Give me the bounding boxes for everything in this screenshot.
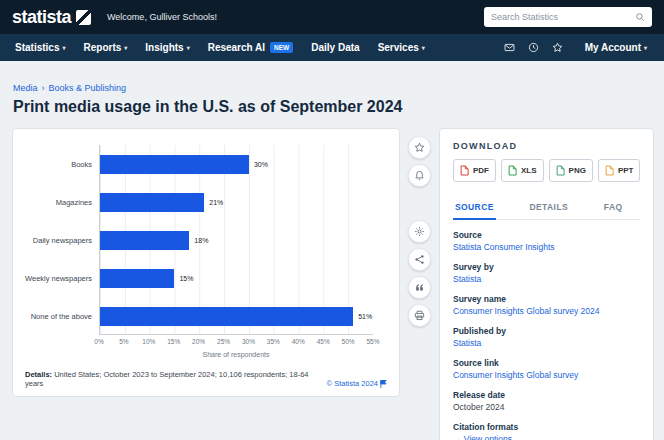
alerts-button[interactable] [408,164,431,187]
download-xls-button[interactable]: XLS [501,159,544,182]
file-ppt-icon [605,165,614,176]
cite-button[interactable] [408,276,431,299]
contact-icon[interactable] [504,42,515,53]
chart-footer: Details: United States; October 2023 to … [23,370,389,388]
nav-item-daily-data[interactable]: Daily Data [302,34,368,61]
field-value[interactable]: → View options [453,434,640,440]
bar-daily-newspapers[interactable] [100,231,189,250]
category-label: Weekly newspapers [23,259,99,297]
x-axis-title: Share of respondents [99,351,373,358]
field-source-link: Source linkConsumer Insights Global surv… [453,358,640,380]
panel-tabs: SOURCEDETAILSFAQ [453,196,640,220]
field-value: October 2024 [453,402,640,412]
download-pdf-button[interactable]: PDF [453,159,496,182]
x-axis-ticks: 0%5%10%15%20%25%30%35%40%45%50%55% [99,338,373,348]
field-value[interactable]: Statista Consumer Insights [453,242,640,252]
field-label: Citation formats [453,422,640,432]
field-value[interactable]: Statista [453,338,640,348]
field-label: Survey name [453,294,640,304]
nav-item-label: Statistics [15,42,59,53]
settings-button[interactable] [408,220,431,243]
nav-item-label: Research AI [208,42,265,53]
nav-item-reports[interactable]: Reports▾ [74,34,136,61]
file-xls-icon [508,165,517,176]
print-button[interactable] [408,304,431,327]
bar-magazines[interactable] [100,193,204,212]
x-tick-label: 45% [317,338,330,345]
bar-weekly-newspapers[interactable] [100,269,174,288]
nav-item-statistics[interactable]: Statistics▾ [6,34,74,61]
new-badge: NEW [270,42,293,53]
gear-icon [414,226,425,237]
bell-icon [414,170,425,181]
favorites-icon[interactable] [552,42,563,53]
share-button[interactable] [408,248,431,271]
nav-item-research-ai[interactable]: Research AINEW [199,34,303,61]
download-button-label: PPT [618,166,634,175]
my-account-label: My Account [585,42,641,53]
details-panel: DOWNLOAD PDFXLSPNGPPT SOURCEDETAILSFAQ S… [439,128,654,440]
value-label: 30% [254,161,268,168]
field-survey-name: Survey nameConsumer Insights Global surv… [453,294,640,316]
statista-logo-mark-icon [76,10,91,25]
recently-viewed-icon[interactable] [528,42,539,53]
nav-item-label: Reports [83,42,121,53]
star-icon [414,142,425,153]
search-icon[interactable] [635,12,645,22]
chart-card: BooksMagazinesDaily newspapersWeekly new… [12,128,400,397]
file-png-icon [556,165,565,176]
category-label: Daily newspapers [23,221,99,259]
x-tick-label: 20% [192,338,205,345]
nav-item-insights[interactable]: Insights▾ [136,34,198,61]
download-png-button[interactable]: PNG [549,159,593,182]
main-content: Media › Books & Publishing Print media u… [0,61,664,440]
field-value[interactable]: Consumer Insights Global survey [453,370,640,380]
field-label: Release date [453,390,640,400]
search-input[interactable] [491,12,635,22]
bar-row: 18% [100,221,373,259]
field-source: SourceStatista Consumer Insights [453,230,640,252]
value-label: 21% [209,199,223,206]
share-icon [414,254,425,265]
breadcrumb-separator: › [42,83,45,93]
field-survey-by: Survey byStatista [453,262,640,284]
tab-source[interactable]: SOURCE [453,196,496,220]
statista-copyright-link[interactable]: © Statista 2024 [327,379,387,388]
tab-details[interactable]: DETAILS [528,196,571,220]
breadcrumb-link-media[interactable]: Media [13,83,38,93]
main-nav: Statistics▾Reports▾Insights▾Research AIN… [0,34,664,61]
nav-item-services[interactable]: Services▾ [369,34,434,61]
field-label: Source link [453,358,640,368]
field-value[interactable]: Consumer Insights Global survey 2024 [453,306,640,316]
favorite-button[interactable] [408,136,431,159]
my-account-menu[interactable]: My Account▾ [576,42,656,53]
chart-details: Details: United States; October 2023 to … [25,370,317,388]
bar-row: 21% [100,183,373,221]
welcome-text: Welcome, Gulliver Schools! [107,12,217,22]
bar-books[interactable] [100,155,249,174]
download-ppt-button[interactable]: PPT [598,159,641,182]
download-heading: DOWNLOAD [453,141,640,151]
search-box[interactable] [484,7,652,27]
bar-row: 15% [100,259,373,297]
nav-item-label: Insights [145,42,183,53]
file-pdf-icon [460,165,469,176]
field-value[interactable]: Statista [453,274,640,284]
quote-icon [414,282,425,293]
field-label: Source [453,230,640,240]
print-icon [414,310,425,321]
breadcrumb-link-books-publishing[interactable]: Books & Publishing [49,83,127,93]
tab-faq[interactable]: FAQ [602,196,625,220]
field-label: Survey by [453,262,640,272]
field-label: Published by [453,326,640,336]
nav-item-label: Services [378,42,419,53]
chevron-down-icon: ▾ [62,44,65,51]
chart-actions-rail [408,128,431,327]
bar-none-of-the-above[interactable] [100,307,353,326]
source-fields: SourceStatista Consumer InsightsSurvey b… [453,230,640,440]
chevron-down-icon: ▾ [422,44,425,51]
x-tick-label: 0% [94,338,103,345]
download-button-label: XLS [521,166,537,175]
statista-logo[interactable]: statista [12,8,91,26]
x-tick-label: 25% [217,338,230,345]
